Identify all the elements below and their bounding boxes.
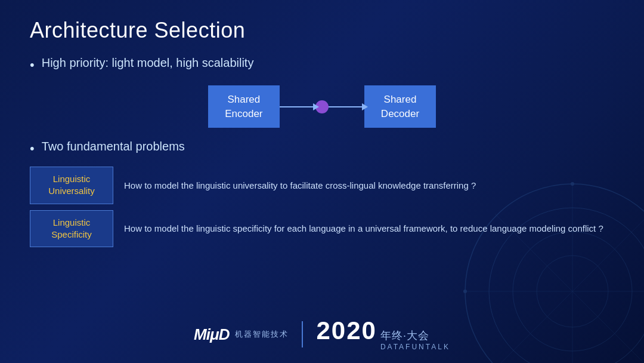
problem-row-1: Linguistic Universality How to model the… — [30, 167, 614, 204]
main-content: Architecture Selection • High priority: … — [0, 0, 644, 259]
bullet-point-2: • Two fundamental problems — [30, 140, 614, 158]
bullet-section-1: • High priority: light model, high scala… — [30, 56, 614, 75]
arrow-line-right — [329, 106, 364, 107]
logo: MiμD — [194, 325, 229, 344]
svg-point-11 — [463, 290, 467, 293]
bullet-text-1: High priority: light model, high scalabi… — [42, 56, 254, 70]
shared-encoder-box: SharedEncoder — [208, 85, 280, 128]
problem-label-line2-2: Specificity — [51, 229, 92, 239]
encoder-decoder-diagram: SharedEncoder SharedDecoder — [30, 85, 614, 128]
footer: MiμD 机器智能技术 2020 年终·大会 DATAFUNTALK — [0, 316, 644, 352]
shared-decoder-box: SharedDecoder — [364, 85, 436, 128]
problem-text-2: How to model the linguistic specificity … — [124, 222, 614, 235]
event-line1: 年终·大会 — [380, 329, 450, 343]
footer-logo-section: MiμD 机器智能技术 — [194, 325, 289, 344]
bullet-dot-1: • — [30, 56, 35, 75]
arrow-circle-to-decoder — [329, 106, 364, 107]
problem-label-2: Linguistic Specificity — [30, 210, 113, 248]
problem-label-line2-1: Universality — [48, 186, 95, 196]
event-text: 年终·大会 DATAFUNTALK — [380, 329, 450, 352]
event-line2: DATAFUNTALK — [380, 343, 450, 352]
problem-row-2: Linguistic Specificity How to model the … — [30, 210, 614, 248]
logo-text: MiμD — [194, 325, 229, 343]
bullet-point-1: • High priority: light model, high scala… — [30, 56, 614, 75]
logo-subtitle: 机器智能技术 — [235, 329, 289, 340]
problem-rows: Linguistic Universality How to model the… — [30, 167, 614, 247]
bullet-text-2: Two fundamental problems — [42, 140, 185, 153]
problems-section: • Two fundamental problems Linguistic Un… — [30, 140, 614, 247]
footer-divider — [302, 321, 303, 347]
shared-decoder-label: SharedDecoder — [381, 94, 419, 119]
page-title: Architecture Selection — [30, 18, 614, 43]
problem-label-1: Linguistic Universality — [30, 167, 113, 204]
bullet-dot-2: • — [30, 140, 35, 158]
problem-label-line1-1: Linguistic — [53, 174, 91, 184]
arrow-encoder-to-circle — [280, 106, 315, 107]
year-text: 2020 — [316, 316, 376, 345]
arrow-line-left — [280, 106, 315, 107]
problem-label-line1-2: Linguistic — [53, 217, 91, 227]
problem-text-1: How to model the linguistic universality… — [124, 179, 614, 192]
footer-event-section: 2020 年终·大会 DATAFUNTALK — [316, 316, 450, 352]
shared-encoder-label: SharedEncoder — [225, 94, 262, 119]
